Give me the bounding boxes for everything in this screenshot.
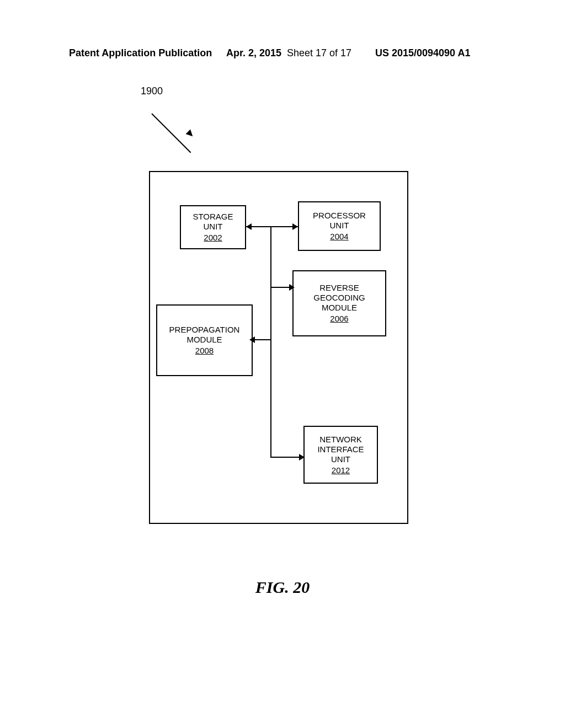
publication-number: US 2015/0094090 A1 xyxy=(375,47,470,59)
processor-unit-block: PROCESSOR UNIT 2004 xyxy=(298,201,381,251)
block-label: UNIT xyxy=(204,222,223,232)
connector-line xyxy=(270,457,302,458)
reverse-geocoding-module-block: REVERSE GEOCODING MODULE 2006 xyxy=(292,270,386,336)
block-label: GEOCODING xyxy=(313,293,365,303)
block-label: UNIT xyxy=(330,221,349,231)
block-number: 2004 xyxy=(330,232,348,242)
block-label: NETWORK xyxy=(319,435,362,445)
prepopagation-module-block: PREPOPAGATION MODULE 2008 xyxy=(156,304,253,376)
arrowhead-icon xyxy=(299,454,305,461)
block-label: REVERSE xyxy=(319,283,359,293)
figure-caption: FIG. 20 xyxy=(0,578,565,597)
block-label: MODULE xyxy=(322,303,357,313)
reference-label-1900: 1900 xyxy=(141,85,163,97)
block-label: PREPOPAGATION xyxy=(169,325,240,335)
publication-date: Apr. 2, 2015 xyxy=(226,47,281,59)
connector-line xyxy=(270,226,271,458)
sheet-number: Sheet 17 of 17 xyxy=(287,47,351,59)
block-label: STORAGE xyxy=(193,212,233,222)
block-number: 2006 xyxy=(330,314,348,324)
arrowhead-icon xyxy=(246,223,252,230)
block-label: INTERFACE xyxy=(317,445,364,454)
patent-page: Patent Application Publication Apr. 2, 2… xyxy=(0,0,565,728)
reference-arrow-icon xyxy=(157,97,201,141)
block-label: UNIT xyxy=(331,454,350,464)
block-number: 2002 xyxy=(204,233,222,243)
arrowhead-icon xyxy=(292,223,298,230)
arrowhead-icon xyxy=(249,336,255,343)
block-number: 2012 xyxy=(332,465,350,475)
block-label: MODULE xyxy=(186,335,222,345)
publication-label: Patent Application Publication xyxy=(69,47,212,59)
connector-line xyxy=(253,339,271,340)
arrowhead-icon xyxy=(289,284,295,291)
storage-unit-block: STORAGE UNIT 2002 xyxy=(180,205,246,249)
block-number: 2008 xyxy=(195,346,214,356)
network-interface-unit-block: NETWORK INTERFACE UNIT 2012 xyxy=(303,426,378,484)
connector-line xyxy=(246,226,298,227)
block-label: PROCESSOR xyxy=(313,211,366,221)
